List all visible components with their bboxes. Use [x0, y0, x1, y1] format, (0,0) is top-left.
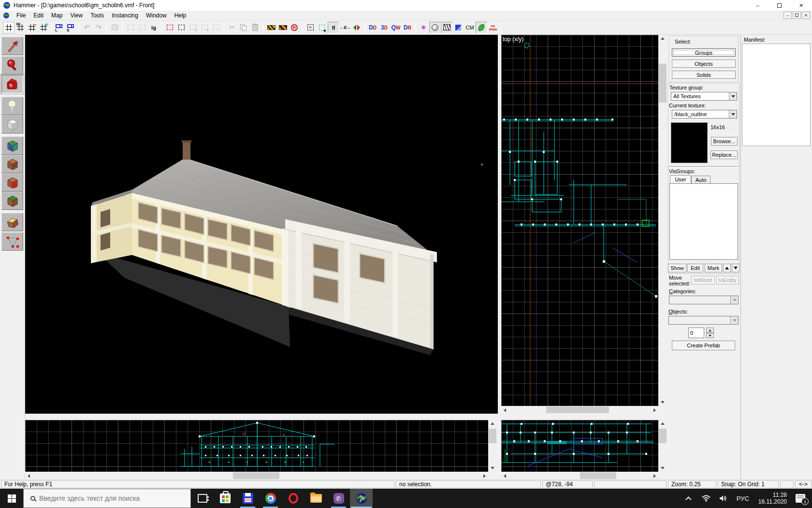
taskbar-search[interactable] — [23, 489, 191, 508]
vertex-tool-button[interactable] — [1, 213, 23, 231]
spinner-up-button[interactable] — [706, 328, 714, 333]
taskbar-app-chrome[interactable] — [259, 489, 282, 508]
select-mode-outline-button[interactable] — [175, 22, 187, 33]
horizontal-splitter[interactable] — [25, 414, 667, 420]
scrollbar-thumb[interactable] — [233, 472, 279, 479]
clock[interactable]: 11:28 16.11.2020 — [758, 492, 787, 505]
mdi-restore-button[interactable] — [793, 12, 801, 19]
hide-unselected-button[interactable] — [277, 22, 289, 33]
apply-texture-tool-button[interactable] — [1, 155, 23, 173]
notification-center-icon[interactable]: 1 — [796, 494, 805, 503]
tab-user[interactable]: User — [670, 175, 691, 183]
to-entity-button[interactable]: toEntity — [716, 276, 739, 284]
larger-grid-button[interactable]: + — [38, 22, 49, 33]
select-solids-button[interactable]: Solids — [672, 71, 736, 79]
taskbar-app-save[interactable] — [236, 489, 259, 508]
radius-culling-button[interactable]: R — [289, 22, 300, 33]
mark-button[interactable]: Mark — [705, 264, 722, 272]
scrollbar-thumb[interactable] — [659, 64, 667, 103]
snap-to-grid-button[interactable] — [3, 22, 14, 33]
color-wand-button[interactable]: ✳ — [418, 22, 429, 33]
flip-objects-button[interactable] — [351, 22, 362, 33]
toggle-texture-tool-button[interactable] — [1, 136, 23, 155]
spinner-down-button[interactable] — [706, 333, 714, 338]
wifi-icon[interactable] — [702, 495, 710, 502]
taskbar-app-hammer[interactable] — [350, 489, 373, 508]
magnify-tool-button[interactable] — [1, 56, 23, 75]
foliage-button[interactable] — [476, 22, 487, 33]
mdi-minimize-button[interactable]: – — [783, 12, 792, 19]
grid-3d-button[interactable]: 3D — [14, 22, 26, 33]
objects-dropdown[interactable] — [668, 316, 739, 325]
vertical-scrollbar[interactable] — [488, 420, 497, 472]
prefab-count-field[interactable]: 0 — [688, 328, 704, 338]
hidden-icons-chevron[interactable] — [685, 496, 692, 503]
save-window-state-button[interactable]: S — [65, 22, 77, 33]
volume-icon[interactable] — [719, 495, 728, 502]
scrollbar-thumb[interactable] — [546, 406, 609, 413]
paste-button[interactable] — [249, 22, 261, 33]
ignore-groups-button[interactable]: ig — [148, 22, 160, 33]
select-mode-c-button[interactable] — [210, 22, 222, 33]
texture-lock-button[interactable]: ✕ — [304, 22, 316, 33]
to-world-button[interactable]: toWorld — [691, 276, 715, 284]
overlay-tool-button[interactable] — [1, 173, 23, 192]
visgroups-list[interactable] — [669, 183, 738, 260]
camera-tool-button[interactable] — [1, 75, 23, 93]
copy-button[interactable] — [238, 22, 249, 33]
cut-button[interactable]: ✂ — [226, 22, 238, 33]
select-mode-a-button[interactable] — [187, 22, 199, 33]
dropdown-arrow-icon[interactable] — [729, 110, 737, 118]
minimize-button[interactable]: – — [747, 0, 768, 11]
display-3d-button[interactable]: 3D — [378, 22, 390, 33]
show-button[interactable]: Show — [668, 264, 686, 272]
ungroup-button[interactable] — [136, 22, 148, 33]
smaller-grid-button[interactable]: - — [26, 22, 38, 33]
taskbar-app-explorer[interactable] — [304, 489, 327, 508]
entity-tool-button[interactable] — [1, 97, 23, 115]
menu-edit[interactable]: Edit — [29, 11, 47, 20]
select-mode-red-button[interactable] — [164, 22, 175, 33]
menu-file[interactable]: File — [13, 11, 29, 20]
texture-lock-tl-button[interactable]: tl — [328, 22, 339, 33]
start-button[interactable] — [0, 489, 23, 508]
menu-map[interactable]: Map — [47, 11, 66, 20]
load-window-state-button[interactable]: L — [54, 22, 65, 33]
tab-auto[interactable]: Auto — [691, 176, 710, 183]
menu-help[interactable]: Help — [171, 11, 190, 20]
manifest-list[interactable] — [742, 44, 811, 146]
maximize-button[interactable] — [768, 0, 790, 11]
select-mode-b-button[interactable] — [199, 22, 210, 33]
clipping-tool-button[interactable] — [1, 192, 23, 210]
morph-tool-button[interactable] — [1, 232, 23, 251]
2d-viewport-top[interactable]: top (x/y) — [501, 35, 658, 406]
taskbar-app-viber[interactable]: ✆ — [327, 489, 350, 508]
edit-button[interactable]: Edit — [687, 264, 703, 272]
texture-shift-button[interactable] — [452, 22, 464, 33]
3d-viewport[interactable] — [25, 35, 498, 414]
language-indicator[interactable]: РУС — [737, 495, 749, 502]
menu-tools[interactable]: Tools — [87, 11, 108, 20]
vertical-scrollbar[interactable] — [658, 35, 667, 406]
select-groups-button[interactable]: Groups — [672, 48, 736, 57]
smoothing-groups-button[interactable] — [429, 22, 441, 33]
replace-button[interactable]: Replace... — [710, 150, 738, 159]
taskbar-app-store[interactable] — [214, 489, 236, 508]
horizontal-scrollbar[interactable] — [501, 472, 658, 479]
menu-window[interactable]: Window — [142, 11, 171, 20]
create-prefab-button[interactable]: Create Prefab — [672, 341, 735, 350]
display-dd-button[interactable]: DD — [367, 22, 378, 33]
browse-button[interactable]: Browse... — [711, 137, 738, 146]
current-texture-dropdown[interactable]: /black_outline — [672, 110, 737, 119]
cm-button[interactable]: CM — [464, 22, 476, 33]
horizontal-scrollbar[interactable] — [501, 406, 658, 414]
close-button[interactable]: ✕ — [790, 0, 812, 11]
menu-instancing[interactable]: Instancing — [108, 11, 142, 20]
displacement-mask-button[interactable] — [441, 22, 452, 33]
move-up-button[interactable] — [723, 264, 731, 272]
block-tool-button[interactable] — [1, 115, 23, 134]
display-dr-button[interactable]: DR — [402, 22, 413, 33]
hide-selected-button[interactable] — [265, 22, 277, 33]
texture-group-dropdown[interactable]: All Textures — [671, 92, 737, 101]
select-touching-button[interactable] — [316, 22, 328, 33]
